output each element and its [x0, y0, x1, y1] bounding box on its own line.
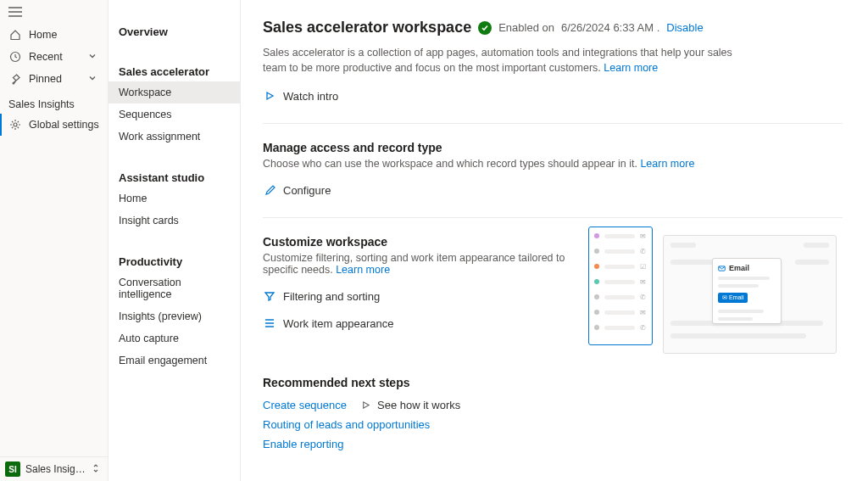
routing-link[interactable]: Routing of leads and opportunities: [263, 418, 843, 431]
nav2-item-insight-cards[interactable]: Insight cards: [108, 210, 240, 232]
work-item-appearance-label: Work item appearance: [283, 317, 394, 330]
illustration-email-label: Email: [729, 264, 749, 272]
nav2-item-home[interactable]: Home: [108, 187, 240, 210]
enable-reporting-link[interactable]: Enable reporting: [263, 438, 843, 450]
see-how-button[interactable]: See how it works: [359, 398, 460, 411]
status-date: 6/26/2024 6:33 AM .: [561, 21, 659, 34]
nav2-section-assistant-studio: Assistant studio: [108, 163, 240, 187]
chevron-down-icon: [87, 73, 99, 85]
illustration-front-list: ✉ ✆ ☑ ✉ ✆ ✉ ✆: [588, 227, 653, 345]
rail-item-pinned[interactable]: Pinned: [0, 68, 108, 90]
area-badge: SI: [5, 461, 20, 477]
page-header: Sales accelerator workspace Enabled on 6…: [263, 19, 843, 36]
rail-item-global-settings[interactable]: Global settings: [0, 114, 108, 136]
main-content: Sales accelerator workspace Enabled on 6…: [241, 0, 868, 481]
section-next-title: Recommended next steps: [263, 376, 843, 389]
hamburger-button[interactable]: [0, 0, 108, 24]
rail-item-label: Pinned: [29, 73, 62, 85]
status-check-icon: [478, 21, 492, 35]
left-rail: Home Recent Pinned Sales Insights: [0, 0, 108, 481]
watch-intro-label: Watch intro: [283, 90, 338, 103]
nav2-item-conversation-intelligence[interactable]: Conversation intelligence: [108, 271, 240, 305]
status-enabled-prefix: Enabled on: [498, 21, 554, 34]
create-sequence-link[interactable]: Create sequence: [263, 399, 347, 411]
nav2-item-auto-capture[interactable]: Auto capture: [108, 327, 240, 350]
rail-item-label: Home: [29, 29, 57, 41]
nav2-item-work-assignment[interactable]: Work assignment: [108, 126, 240, 148]
configure-label: Configure: [283, 184, 331, 197]
rail-item-label: Recent: [29, 51, 63, 63]
pin-icon: [8, 72, 22, 86]
rail-footer-area-switcher[interactable]: SI Sales Insights sett…: [0, 456, 108, 481]
nav2-item-email-engagement[interactable]: Email engagement: [108, 350, 240, 372]
gear-icon: [8, 118, 22, 131]
separator: [263, 217, 843, 218]
secondary-nav: Overview Sales accelerator Workspace Seq…: [108, 0, 241, 481]
rail-group-title: Sales Insights: [0, 90, 108, 114]
mail-icon: [718, 265, 726, 272]
section-access-title: Manage access and record type: [263, 141, 843, 154]
list-icon: [263, 316, 276, 330]
nav2-item-workspace[interactable]: Workspace: [108, 81, 240, 103]
learn-more-link[interactable]: Learn more: [640, 158, 694, 170]
clock-icon: [8, 50, 22, 64]
pencil-icon: [263, 183, 276, 197]
section-customize-title: Customize workspace: [263, 235, 571, 249]
nav2-overview[interactable]: Overview: [108, 10, 240, 42]
nav2-section-sales-accelerator: Sales accelerator: [108, 57, 240, 81]
section-customize-desc: Customize filtering, sorting and work it…: [263, 252, 571, 276]
chevron-down-icon: [87, 51, 99, 63]
page-title: Sales accelerator workspace: [263, 19, 471, 36]
separator: [263, 123, 843, 124]
nav2-item-sequences[interactable]: Sequences: [108, 103, 240, 126]
section-access-desc: Choose who can use the workspace and whi…: [263, 158, 843, 170]
svg-point-1: [14, 123, 17, 126]
area-label: Sales Insights sett…: [25, 463, 86, 475]
rail-top: Home Recent Pinned Sales Insights: [0, 0, 108, 456]
section-customize: Customize workspace Customize filtering,…: [263, 235, 843, 354]
rail-item-home[interactable]: Home: [0, 24, 108, 46]
section-customize-desc-text: Customize filtering, sorting and work it…: [263, 252, 565, 276]
updown-icon: [91, 463, 103, 475]
configure-button[interactable]: Configure: [263, 183, 843, 197]
filtering-sorting-label: Filtering and sorting: [283, 290, 380, 303]
nav2-section-productivity: Productivity: [108, 247, 240, 271]
see-how-label: See how it works: [377, 399, 460, 411]
section-access-desc-text: Choose who can use the workspace and whi…: [263, 158, 637, 170]
play-icon: [359, 398, 372, 411]
work-item-appearance-button[interactable]: Work item appearance: [263, 316, 571, 330]
rail-item-label: Global settings: [29, 119, 99, 131]
menu-icon: [8, 7, 22, 17]
customize-illustration: Email ✉ Email ✉ ✆ ☑ ✉ ✆ ✉ ✆: [588, 227, 843, 354]
nav2-item-insights-preview[interactable]: Insights (preview): [108, 305, 240, 327]
page-description-text: Sales accelerator is a collection of app…: [263, 47, 732, 74]
section-next-steps: Recommended next steps Create sequence S…: [263, 376, 843, 450]
filtering-sorting-button[interactable]: Filtering and sorting: [263, 289, 571, 303]
learn-more-link[interactable]: Learn more: [604, 62, 658, 74]
learn-more-link[interactable]: Learn more: [336, 264, 390, 276]
illustration-email-card: Email ✉ Email: [712, 258, 782, 324]
page-description: Sales accelerator is a collection of app…: [263, 45, 737, 76]
play-icon: [263, 89, 276, 103]
rail-item-recent[interactable]: Recent: [0, 46, 108, 68]
home-icon: [8, 28, 22, 42]
illustration-email-button: ✉ Email: [718, 293, 748, 303]
watch-intro-button[interactable]: Watch intro: [263, 89, 843, 103]
filter-icon: [263, 289, 276, 303]
disable-link[interactable]: Disable: [666, 21, 703, 34]
